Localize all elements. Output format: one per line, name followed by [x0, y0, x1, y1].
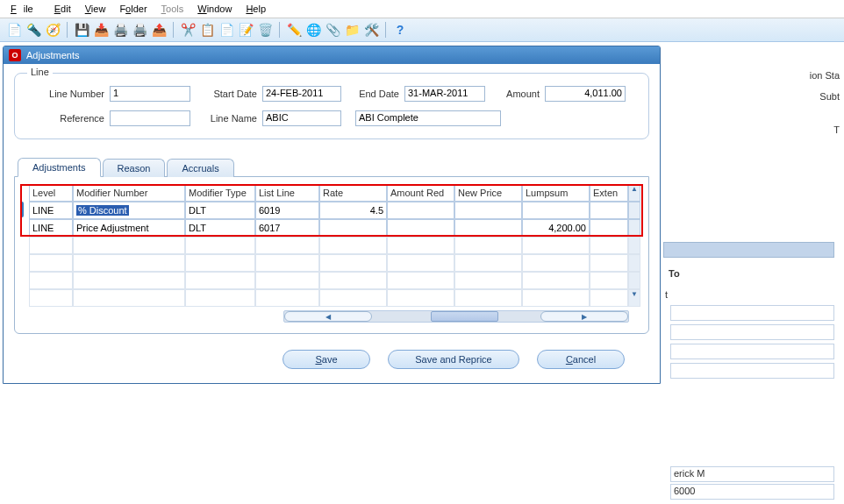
menu-view[interactable]: View: [78, 2, 113, 16]
titlebar[interactable]: O Adjustments: [4, 46, 660, 64]
cell-level[interactable]: LINE: [29, 219, 73, 237]
export-icon[interactable]: 📤: [150, 21, 168, 39]
bg-field-num[interactable]: 6000: [670, 484, 834, 500]
scroll-thumb[interactable]: [431, 311, 498, 322]
line-number-field[interactable]: 1: [110, 86, 190, 102]
folder-icon[interactable]: 📁: [343, 21, 361, 39]
row-selector[interactable]: [20, 219, 29, 237]
tab-panel-adjustments: Level Modifier Number Modifier Type List…: [14, 176, 649, 334]
background-panel: ion Sta Subt T To t erick M 6000: [663, 46, 843, 484]
cut-icon[interactable]: ✂️: [179, 21, 197, 39]
menu-edit[interactable]: Edit: [47, 2, 78, 16]
horizontal-scrollbar[interactable]: ◀ ▶: [283, 310, 629, 323]
start-date-field[interactable]: 24-FEB-2011: [262, 86, 341, 102]
bg-field-3[interactable]: [670, 344, 834, 359]
cancel-button[interactable]: Cancel: [537, 350, 625, 369]
col-amount-red[interactable]: Amount Red: [387, 184, 454, 202]
scroll-track[interactable]: [372, 311, 540, 322]
cell-modifier-type[interactable]: DLT: [185, 202, 255, 219]
col-lumpsum[interactable]: Lumpsum: [522, 184, 590, 202]
cell-exten[interactable]: [590, 219, 628, 237]
col-modifier-type[interactable]: Modifier Type: [185, 184, 255, 202]
line-desc-field[interactable]: ABI Complete: [355, 110, 501, 126]
cell-lumpsum[interactable]: [522, 202, 590, 219]
scroll-track[interactable]: [628, 202, 640, 219]
end-date-field[interactable]: 31-MAR-2011: [404, 86, 485, 102]
save-icon[interactable]: 💾: [73, 21, 90, 39]
menu-file[interactable]: File: [4, 2, 47, 16]
scroll-track[interactable]: [628, 219, 640, 237]
find-icon[interactable]: 🔦: [25, 21, 42, 39]
paste-icon[interactable]: 📄: [218, 21, 235, 39]
cell-lumpsum[interactable]: 4,200.00: [522, 219, 590, 237]
edit-icon[interactable]: ✏️: [285, 21, 303, 39]
tab-adjustments[interactable]: Adjustments: [18, 158, 101, 177]
bg-label-2: Subt: [819, 91, 840, 102]
copy-icon[interactable]: 📋: [198, 21, 216, 39]
cell-rate[interactable]: [319, 219, 387, 237]
delete-icon[interactable]: 🗑️: [256, 21, 274, 39]
translate-icon[interactable]: 🌐: [304, 21, 322, 39]
bg-t-label: t: [663, 284, 843, 305]
col-new-price[interactable]: New Price: [454, 184, 522, 202]
help-icon[interactable]: ?: [391, 21, 409, 39]
cell-amount-red[interactable]: [387, 202, 454, 219]
toolbar-divider: [67, 22, 68, 38]
action-bar: Save Save and Reprice Cancel: [14, 334, 649, 369]
cell-modifier-type[interactable]: DLT: [185, 219, 255, 237]
window-title: Adjustments: [26, 50, 80, 60]
line-groupbox: Line Line Number 1 Start Date 24-FEB-201…: [14, 73, 649, 139]
col-modifier-number[interactable]: Modifier Number: [73, 184, 185, 202]
menu-help[interactable]: Help: [239, 2, 273, 16]
amount-field[interactable]: 4,011.00: [545, 86, 626, 102]
reference-label: Reference: [25, 113, 104, 124]
print-icon[interactable]: 🖨️: [111, 21, 129, 39]
cell-modifier-number[interactable]: % Discount: [73, 202, 185, 219]
cell-exten[interactable]: [590, 202, 628, 219]
adjustments-grid: Level Modifier Number Modifier Type List…: [20, 184, 643, 237]
menu-window[interactable]: Window: [190, 2, 239, 16]
scroll-down-icon[interactable]: ▼: [628, 289, 640, 307]
bg-field-4[interactable]: [670, 363, 834, 379]
next-icon[interactable]: 📥: [92, 21, 110, 39]
printsetup-icon[interactable]: 🖨️: [131, 21, 148, 39]
line-name-field[interactable]: ABIC: [262, 110, 341, 126]
cell-list-line[interactable]: 6019: [255, 202, 319, 219]
cell-level[interactable]: LINE: [29, 202, 73, 219]
scroll-up-icon[interactable]: ▲: [628, 184, 640, 202]
save-button[interactable]: Save: [283, 350, 370, 369]
scroll-right-icon[interactable]: ▶: [540, 311, 628, 322]
save-reprice-button[interactable]: Save and Reprice: [388, 350, 519, 369]
col-list-line[interactable]: List Line: [255, 184, 319, 202]
reference-field[interactable]: [110, 110, 190, 126]
cell-amount-red[interactable]: [387, 219, 454, 237]
bg-field-1[interactable]: [670, 305, 834, 321]
bg-field-erick[interactable]: erick M: [670, 466, 834, 482]
menu-tools[interactable]: Tools: [154, 2, 191, 16]
grid-corner: [20, 184, 29, 202]
bg-field-2[interactable]: [670, 324, 834, 340]
bg-label-1: ion Sta: [810, 70, 840, 81]
scroll-left-icon[interactable]: ◀: [284, 311, 372, 322]
new-icon[interactable]: 📄: [5, 21, 23, 39]
cell-rate[interactable]: 4.5: [319, 202, 387, 219]
col-exten[interactable]: Exten: [590, 184, 628, 202]
grid-empty-rows: ▼: [20, 237, 643, 307]
end-date-label: End Date: [347, 89, 399, 99]
nav-icon[interactable]: 🧭: [44, 21, 61, 39]
tab-reason[interactable]: Reason: [103, 159, 166, 177]
cell-new-price[interactable]: [454, 202, 522, 219]
clear-icon[interactable]: 📝: [237, 21, 254, 39]
col-rate[interactable]: Rate: [319, 184, 387, 202]
cell-new-price[interactable]: [454, 219, 522, 237]
line-legend: Line: [27, 67, 53, 77]
row-selector[interactable]: [20, 202, 29, 219]
tools-icon[interactable]: 🛠️: [362, 21, 380, 39]
col-level[interactable]: Level: [29, 184, 73, 202]
menu-folder[interactable]: Folder: [112, 2, 154, 16]
tabs: Adjustments Reason Accruals: [14, 157, 649, 176]
cell-list-line[interactable]: 6017: [255, 219, 319, 237]
tab-accruals[interactable]: Accruals: [167, 159, 233, 177]
attachments-icon[interactable]: 📎: [324, 21, 341, 39]
cell-modifier-number[interactable]: Price Adjustment: [73, 219, 185, 237]
